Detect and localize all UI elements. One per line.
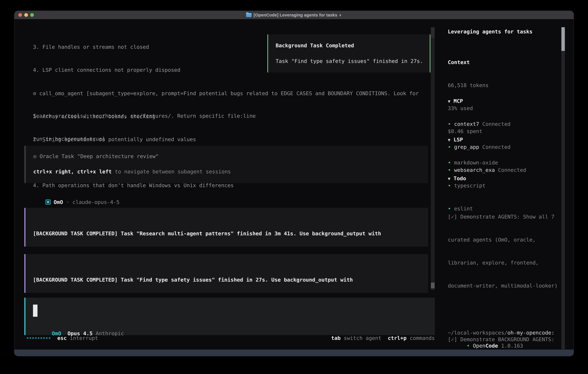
bullet-icon: • [467, 343, 470, 349]
agent-call-line: ⚙ call_omo_agent [subagent_type=explore,… [33, 90, 428, 97]
main-scrollbar-thumb[interactable] [431, 283, 435, 288]
gear-icon: ⚙ [33, 90, 36, 96]
output-line: 4. LSP client connections not properly d… [33, 66, 256, 74]
chevron-down-icon: ▼ [448, 137, 451, 143]
ctrlp-key-hint: ctrl+p [388, 334, 407, 342]
window-bottom-strip [14, 350, 574, 356]
task-message-line: [BACKGROUND TASK COMPLETED] Task "Resear… [33, 230, 381, 237]
main-scrollbar-cap [431, 27, 435, 38]
oracle-task-panel: ◎ Oracle Task "Deep architecture review"… [24, 146, 428, 183]
background-task-message: [BACKGROUND TASK COMPLETED] Task "Find t… [24, 254, 428, 293]
version-number: 1.0.163 [501, 343, 523, 349]
window-title-group: [OpenCode] Leveraging agents for tasks ◐ [14, 11, 574, 19]
tab-key-hint: tab [331, 334, 341, 342]
lsp-section-header[interactable]: ▼ LSP [448, 136, 498, 144]
todo-section-header[interactable]: ▼ Todo [448, 175, 564, 182]
main-scrollbar-track[interactable] [431, 27, 435, 290]
oracle-task-title-line: ◎ Oracle Task "Deep architecture review" [33, 152, 159, 160]
half-moon-icon: ◐ [339, 13, 342, 18]
prompt-input[interactable]: OmO Opus 4.5 Anthropic [24, 298, 435, 335]
agent-name: OmO [54, 199, 63, 205]
opencode-terminal-window: [OpenCode] Leveraging agents for tasks ◐… [14, 11, 574, 356]
toast-title: Background Task Completed [276, 42, 354, 48]
agent-call-item: 1. Array access without bounds checking [33, 113, 428, 120]
oracle-nav-hint: ctrl+x right, ctrl+x left to navigate be… [33, 168, 231, 176]
separator-dot [63, 199, 66, 205]
context-heading: Context [448, 59, 470, 65]
spinner-dots-icon [27, 334, 50, 342]
esc-key-label: interrupt [70, 334, 98, 342]
brand-name: Open [473, 343, 485, 349]
task-message-line: [BACKGROUND TASK COMPLETED] Task "Find t… [33, 277, 353, 283]
background-task-message: [BACKGROUND TASK COMPLETED] Task "Resear… [24, 208, 428, 247]
sidebar-title: Leveraging agents for tasks [448, 29, 532, 35]
agent-model: claude-opus-4-5 [73, 199, 119, 205]
target-circle-icon: ◎ [33, 153, 36, 159]
mcp-section-header[interactable]: ▼ MCP [448, 97, 526, 105]
sidebar-scrollbar-thumb[interactable] [561, 27, 565, 51]
chevron-down-icon: ▼ [448, 99, 451, 104]
toast-body: Task "Find type safety issues" finished … [276, 58, 423, 64]
tab-key-label: switch agent [344, 334, 381, 342]
agent-call-item: 2. String operations on potentially unde… [33, 135, 428, 143]
ctrlp-key-label: commands [410, 334, 435, 342]
window-titlebar[interactable]: [OpenCode] Leveraging agents for tasks ◐ [14, 11, 574, 19]
status-bar: esc interrupt tab switch agent ctrl+p co… [27, 334, 435, 342]
folder-icon [246, 13, 252, 17]
esc-key-hint: esc [57, 334, 67, 342]
todo-item: [✓] Demonstrate AGENTS: Show all 7 curat… [448, 197, 564, 305]
text-cursor [33, 305, 37, 317]
window-title: [OpenCode] Leveraging agents for tasks [254, 13, 337, 18]
agent-square-icon [46, 200, 51, 205]
output-line: 3. File handles or streams not closed [33, 43, 256, 51]
chevron-down-icon: ▼ [448, 176, 451, 181]
sidebar-scrollbar-track[interactable] [561, 27, 565, 349]
background-task-toast: Background Task Completed Task "Find typ… [267, 34, 430, 73]
